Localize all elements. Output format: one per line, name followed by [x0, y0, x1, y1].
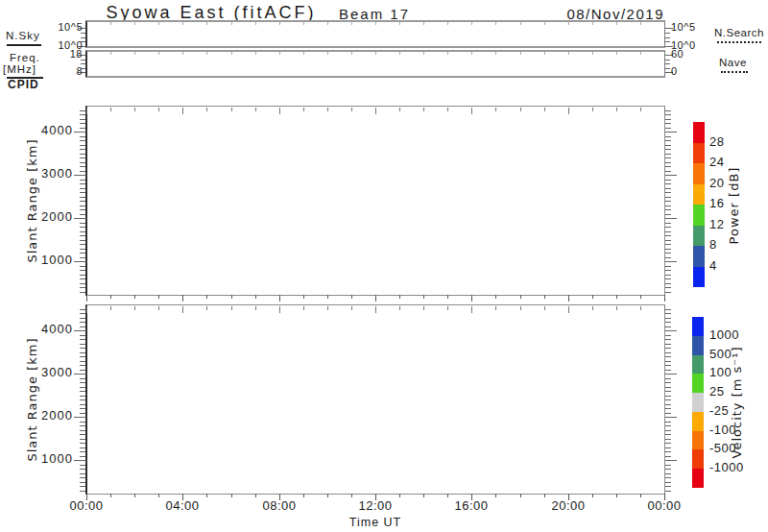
- tick-mark: [592, 22, 593, 25]
- tick-mark: [351, 306, 352, 310]
- tick-mark: [255, 108, 256, 111]
- tick-mark: [640, 295, 641, 299]
- tick-mark: [86, 295, 87, 302]
- colorbar-segment: [693, 143, 705, 164]
- tick-mark: [255, 295, 256, 299]
- y-tick-label: 1000: [29, 452, 73, 467]
- tick-mark: [206, 52, 207, 55]
- tick-mark: [423, 306, 424, 310]
- colorbar-segment: [693, 122, 705, 143]
- tick-mark: [665, 313, 671, 314]
- colorbar-segment: [693, 184, 705, 206]
- tick-mark: [80, 214, 85, 215]
- tick-mark: [640, 108, 641, 111]
- tick-mark: [665, 183, 671, 184]
- tick-mark: [665, 240, 671, 241]
- tick-mark: [665, 214, 671, 215]
- tick-mark: [80, 378, 85, 379]
- y-tick-label: 1000: [29, 254, 73, 268]
- xaxis-tick-label: 00:00: [636, 499, 693, 514]
- tick-mark: [80, 399, 85, 400]
- xaxis-tick-label: 04:00: [154, 499, 211, 514]
- nsearch-legend-label: N.Search: [714, 27, 764, 39]
- tick-mark: [80, 396, 85, 397]
- tick-mark: [80, 223, 85, 224]
- colorbar-tick-label: 12: [709, 218, 724, 232]
- tick-mark: [80, 166, 85, 167]
- tick-mark: [134, 306, 135, 310]
- tick-mark: [158, 295, 159, 299]
- tick-mark: [665, 261, 677, 262]
- tick-mark: [665, 166, 671, 167]
- tick-mark: [665, 278, 671, 279]
- tick-mark: [80, 477, 85, 478]
- tick-mark: [423, 295, 424, 299]
- tick-mark: [665, 132, 677, 133]
- tick-mark: [665, 154, 671, 155]
- tick-mark: [447, 494, 448, 497]
- colorbar-segment: [692, 317, 704, 336]
- tick-mark: [616, 295, 617, 299]
- tick-mark: [544, 52, 545, 55]
- colorbar-tick-label: -1000: [709, 461, 744, 475]
- tick-mark: [665, 326, 671, 327]
- tick-mark: [80, 430, 85, 431]
- tick-mark: [665, 399, 671, 400]
- tick-mark: [665, 422, 671, 423]
- tick-mark: [665, 425, 671, 426]
- tick-mark: [327, 295, 328, 299]
- tick-mark: [158, 108, 159, 111]
- freq-unit-label: [MHz]: [3, 63, 36, 76]
- tick-mark: [665, 41, 670, 42]
- colorbar-segment: [693, 205, 705, 226]
- tick-mark: [80, 352, 85, 353]
- tick-mark: [665, 404, 671, 405]
- tick-mark: [423, 52, 424, 55]
- tick-mark: [110, 108, 111, 111]
- tick-mark: [665, 128, 671, 129]
- tick-mark: [80, 482, 85, 483]
- tick-mark: [158, 52, 159, 55]
- tick-mark: [665, 344, 671, 345]
- tick-mark: [80, 465, 85, 466]
- tick-mark: [665, 253, 671, 254]
- tick-mark: [665, 335, 671, 336]
- tick-mark: [134, 108, 135, 111]
- tick-mark: [665, 171, 671, 172]
- tick-mark: [568, 306, 569, 313]
- velocity-colorbar: [692, 317, 704, 488]
- nsky-legend-linestyle: [7, 44, 41, 46]
- tick-mark: [665, 60, 670, 60]
- tick-mark: [327, 306, 328, 310]
- tick-mark: [665, 275, 671, 276]
- tick-mark: [495, 494, 496, 497]
- tick-mark: [665, 491, 671, 492]
- tick-mark: [665, 447, 671, 448]
- tick-mark: [664, 306, 665, 313]
- colorbar-segment: [692, 374, 704, 393]
- tick-mark: [640, 306, 641, 310]
- tick-mark: [80, 197, 85, 198]
- tick-mark: [375, 52, 376, 55]
- colorbar-tick-label: 4: [709, 259, 717, 274]
- xaxis-tick-label: 16:00: [443, 499, 500, 514]
- colorbar-segment: [692, 449, 704, 469]
- tick-mark: [665, 473, 671, 474]
- tick-mark: [665, 136, 671, 137]
- colorbar-tick-label: 1000: [709, 328, 739, 343]
- tick-mark: [80, 240, 85, 241]
- tick-mark: [665, 68, 670, 69]
- tick-mark: [80, 335, 85, 336]
- tick-mark: [80, 119, 85, 120]
- tick-mark: [80, 491, 85, 492]
- tick-mark: [80, 283, 85, 284]
- tick-mark: [665, 209, 671, 210]
- tick-mark: [303, 22, 304, 25]
- tick-mark: [327, 494, 328, 497]
- tick-mark: [80, 287, 85, 288]
- tick-mark: [665, 382, 671, 383]
- tick-mark: [74, 218, 86, 219]
- tick-mark: [423, 494, 424, 497]
- y-tick-label: 3000: [29, 167, 73, 181]
- tick-mark: [74, 261, 86, 262]
